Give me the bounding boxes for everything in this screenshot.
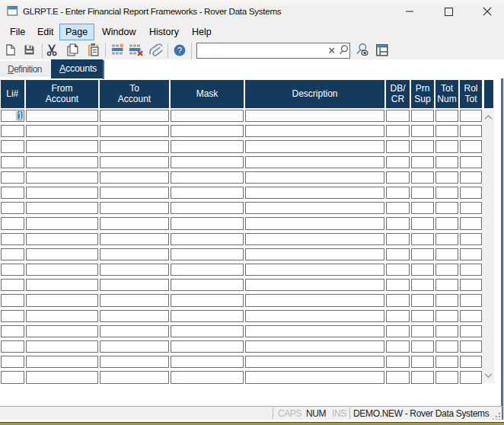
svg-text:?: ? <box>177 46 182 55</box>
